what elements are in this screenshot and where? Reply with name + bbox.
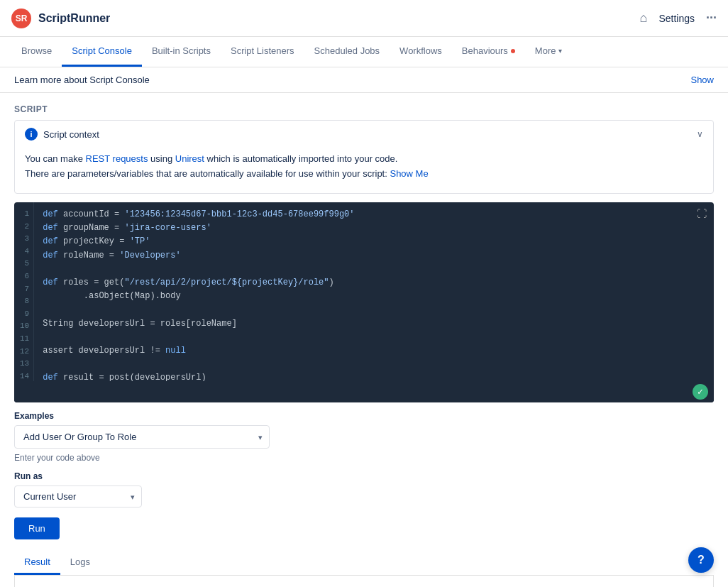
tab-built-in-scripts[interactable]: Built-in Scripts [142,37,221,67]
tab-behaviours-label: Behaviours [462,45,508,56]
examples-dropdown[interactable]: Add User Or Group To Role Create Issue G… [14,425,270,449]
code-check-row: ✓ [14,381,714,402]
unirest-link[interactable]: Unirest [175,153,204,164]
tab-behaviours[interactable]: Behaviours [452,37,525,67]
editor-toolbar: ⛶ [697,208,707,219]
header-left: SR ScriptRunner [11,9,110,28]
home-button[interactable]: ⌂ [640,11,648,26]
logo-icon: SR [11,9,31,28]
ellipsis-icon: ··· [706,11,717,25]
run-as-dropdown[interactable]: Current User Admin User [14,485,142,508]
help-icon: ? [697,554,705,566]
tab-workflows[interactable]: Workflows [390,37,452,67]
context-header-left: i Script context [25,128,99,141]
script-context-header[interactable]: i Script context ∨ [15,121,713,148]
code-content[interactable]: def accountId = '123456:12345d67-bbb1-12… [34,202,714,381]
script-section-label: Script [14,104,714,114]
tab-result-label: Result [24,556,50,567]
header-right: ⌂ Settings ··· [640,11,717,26]
run-as-label: Run as [14,471,714,481]
header: SR ScriptRunner ⌂ Settings ··· [0,0,728,37]
banner-text: Learn more about Script Console [14,75,150,85]
tab-scheduled-jobs[interactable]: Scheduled Jobs [304,37,390,67]
info-banner: Learn more about Script Console Show [0,67,728,93]
expand-icon: ⛶ [697,208,707,219]
context-line1-prefix: You can make [25,153,86,164]
tab-browse[interactable]: Browse [11,37,62,67]
context-line1-mid: using [150,153,175,164]
logo-text: SR [16,13,28,23]
line-numbers: 12345678910111213141516171819202122 [14,202,34,381]
tab-script-console[interactable]: Script Console [62,37,142,67]
tab-more-label: More [535,45,556,56]
tab-script-listeners[interactable]: Script Listeners [221,37,304,67]
code-lines: 12345678910111213141516171819202122 def … [14,202,714,381]
tab-workflows-label: Workflows [399,45,442,56]
tab-result[interactable]: Result [14,551,60,575]
context-line1-suffix: which is automatically imported into you… [207,153,398,164]
tab-logs-label: Logs [70,556,90,567]
script-context-body: You can make REST requests using Unirest… [15,148,713,193]
help-button[interactable]: ? [688,547,714,573]
context-line-1: You can make REST requests using Unirest… [25,153,703,164]
result-area [14,576,714,587]
app-title: ScriptRunner [38,12,110,25]
examples-select-wrapper: Add User Or Group To Role Create Issue G… [14,425,270,449]
info-icon: i [25,128,38,141]
tab-built-in-scripts-label: Built-in Scripts [152,45,211,56]
show-me-link[interactable]: Show Me [390,168,428,179]
rest-requests-link[interactable]: REST requests [86,153,148,164]
examples-section: Examples Add User Or Group To Role Creat… [14,411,714,463]
context-line-2: There are parameters/variables that are … [25,168,703,179]
chevron-down-icon: ▾ [558,47,562,55]
run-as-wrapper: Current User Admin User ▾ [14,485,142,508]
enter-code-hint: Enter your code above [14,453,714,463]
run-as-section: Run as Current User Admin User ▾ [14,471,714,508]
code-editor[interactable]: ⛶ 12345678910111213141516171819202122 de… [14,202,714,402]
home-icon: ⌂ [640,11,648,25]
script-context-panel: i Script context ∨ You can make REST req… [14,120,714,194]
show-link[interactable]: Show [690,75,714,85]
behaviours-badge [511,49,515,53]
main-content: Script i Script context ∨ You can make R… [0,93,728,587]
fullscreen-button[interactable]: ⛶ [697,208,707,219]
context-title: Script context [43,129,99,140]
tab-more[interactable]: More ▾ [525,37,573,67]
more-options-button[interactable]: ··· [706,11,717,26]
tab-browse-label: Browse [21,45,52,56]
tab-script-listeners-label: Script Listeners [231,45,294,56]
tab-logs[interactable]: Logs [60,551,100,575]
tab-script-console-label: Script Console [72,45,132,56]
chevron-down-icon: ∨ [697,129,703,139]
result-tabs: Result Logs [14,551,714,576]
examples-label: Examples [14,411,714,421]
nav-tabs: Browse Script Console Built-in Scripts S… [0,37,728,67]
settings-button[interactable]: Settings [658,13,695,24]
check-icon: ✓ [693,384,708,400]
run-button[interactable]: Run [14,517,60,539]
context-line2-prefix: There are parameters/variables that are … [25,168,390,179]
tab-scheduled-jobs-label: Scheduled Jobs [314,45,380,56]
